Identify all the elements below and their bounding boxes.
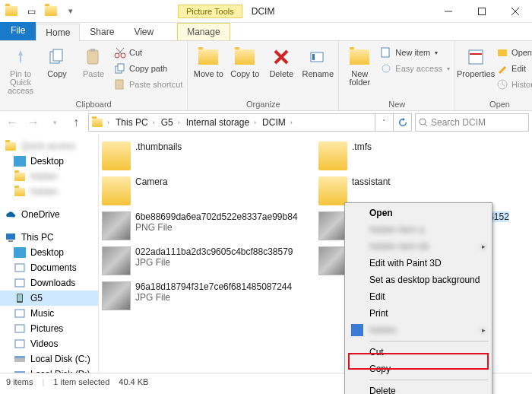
- cm-item[interactable]: hidden▸: [347, 322, 490, 338]
- file-name: 022ada111ba2d3c9605c4bcf88c38579: [135, 246, 293, 257]
- copy-to-button[interactable]: Copy to: [229, 43, 261, 78]
- properties-button[interactable]: Properties: [460, 43, 492, 78]
- view-tab[interactable]: View: [124, 23, 163, 40]
- rename-button[interactable]: Rename: [302, 43, 334, 78]
- cm-print[interactable]: Print: [347, 305, 490, 322]
- breadcrumb-seg[interactable]: Internal storage: [182, 117, 252, 128]
- sidebar-item-pictures[interactable]: Pictures: [0, 321, 98, 336]
- file-item[interactable]: Camera: [100, 173, 312, 208]
- history-icon: [496, 78, 508, 91]
- breadcrumb[interactable]: › This PC› G5› Internal storage› DCIM› ˅: [88, 113, 412, 132]
- svg-rect-5: [53, 49, 62, 61]
- cm-open[interactable]: Open: [347, 205, 490, 221]
- ribbon-group-clipboard: Pin to Quick access Copy Paste Cut Copy …: [0, 41, 188, 110]
- file-item[interactable]: .tmfs: [317, 138, 529, 173]
- breadcrumb-seg[interactable]: DCIM: [258, 117, 289, 128]
- file-thumbnail: [318, 246, 347, 275]
- svg-rect-37: [15, 279, 24, 287]
- sidebar-item-downloads[interactable]: Downloads: [0, 275, 98, 291]
- pin-icon: [9, 46, 32, 68]
- easy-access-button[interactable]: Easy access▾: [380, 61, 450, 76]
- cm-set-bg[interactable]: Set as desktop background: [347, 272, 490, 288]
- recent-locations-button[interactable]: ▾: [46, 113, 64, 132]
- qat-item-2[interactable]: [43, 3, 59, 20]
- sidebar-item-local-disk-d-[interactable]: Local Disk (D:): [0, 367, 98, 373]
- history-button[interactable]: History: [496, 77, 532, 92]
- file-thumbnail: [318, 211, 347, 240]
- close-button[interactable]: [499, 1, 532, 22]
- sidebar-item-thispc[interactable]: This PC: [0, 230, 98, 245]
- minimize-button[interactable]: [432, 1, 465, 22]
- file-item[interactable]: .thumbnails: [100, 138, 312, 173]
- forward-button[interactable]: →: [24, 113, 43, 132]
- cm-item[interactable]: hidden item a: [347, 221, 490, 238]
- copy-button[interactable]: Copy: [41, 43, 73, 78]
- sidebar-item-desktop[interactable]: Desktop: [0, 154, 98, 169]
- minimize-icon: [445, 8, 452, 15]
- home-tab[interactable]: Home: [36, 24, 80, 41]
- cm-copy[interactable]: Copy: [347, 361, 490, 377]
- move-to-button[interactable]: Move to: [192, 43, 224, 78]
- cm-edit[interactable]: Edit: [347, 288, 490, 305]
- svg-rect-17: [469, 50, 483, 64]
- pin-quick-access-button[interactable]: Pin to Quick access: [5, 43, 36, 95]
- maximize-button[interactable]: [465, 1, 499, 22]
- svg-rect-40: [15, 310, 24, 317]
- sidebar-item-documents[interactable]: Documents: [0, 260, 98, 275]
- back-button[interactable]: ←: [3, 113, 21, 132]
- sidebar-item-g5[interactable]: G5: [0, 291, 98, 306]
- svg-rect-12: [116, 80, 123, 89]
- file-item[interactable]: 6be88699da6ea702d522e8337ae99b84PNG File: [100, 208, 312, 243]
- sidebar-item[interactable]: hidden: [0, 184, 98, 199]
- close-icon: [511, 8, 519, 15]
- search-input[interactable]: Search DCIM: [415, 113, 529, 132]
- sidebar-item-music[interactable]: Music: [0, 306, 98, 321]
- svg-rect-36: [15, 264, 24, 272]
- context-menu: Open hidden item a hidden item bb▸ Edit …: [344, 202, 492, 394]
- title-bar: ▭ ▾ Picture Tools DCIM: [0, 0, 532, 23]
- edit-button[interactable]: Edit: [496, 61, 532, 76]
- svg-rect-44: [14, 356, 25, 358]
- folder-icon: [102, 141, 131, 170]
- cm-delete[interactable]: Delete: [347, 383, 490, 394]
- breadcrumb-seg[interactable]: This PC: [111, 117, 151, 128]
- sidebar-item-quick[interactable]: Quick access: [0, 138, 98, 154]
- history-dropdown-button[interactable]: ˅: [375, 114, 393, 131]
- new-folder-button[interactable]: New folder: [344, 43, 375, 87]
- open-button[interactable]: Open▾: [496, 45, 532, 60]
- status-size: 40.4 KB: [119, 377, 148, 386]
- manage-tab[interactable]: Manage: [177, 23, 230, 40]
- file-tab[interactable]: File: [0, 22, 36, 40]
- file-item[interactable]: 96a18d18794f31e7ce6f681485087244JPG File: [100, 278, 312, 313]
- qat-item-1[interactable]: ▭: [23, 3, 40, 20]
- cm-edit-paint3d[interactable]: Edit with Paint 3D: [347, 255, 490, 272]
- cm-item[interactable]: hidden item bb▸: [347, 238, 490, 255]
- refresh-button[interactable]: [393, 114, 411, 131]
- sidebar-item-onedrive[interactable]: OneDrive: [0, 207, 98, 222]
- cm-cut[interactable]: Cut: [347, 344, 490, 361]
- paste-button[interactable]: Paste: [78, 43, 109, 78]
- file-item[interactable]: 022ada111ba2d3c9605c4bcf88c38579JPG File: [100, 243, 312, 278]
- sidebar-item-desktop[interactable]: Desktop: [0, 245, 98, 260]
- share-tab[interactable]: Share: [80, 23, 124, 40]
- up-button[interactable]: ↑: [67, 113, 85, 132]
- qat-overflow-icon[interactable]: ▾: [62, 3, 79, 20]
- breadcrumb-seg[interactable]: G5: [157, 117, 176, 128]
- copy-path-icon: [114, 62, 126, 75]
- folder-icon: [3, 3, 20, 20]
- sidebar-item[interactable]: hidden: [0, 169, 98, 184]
- move-icon: [197, 46, 220, 68]
- status-count: 9 items: [6, 377, 33, 386]
- paste-shortcut-button[interactable]: Paste shortcut: [114, 77, 182, 92]
- sidebar-item-local-disk-c-[interactable]: Local Disk (C:): [0, 351, 98, 367]
- delete-button[interactable]: Delete: [265, 43, 297, 78]
- new-item-button[interactable]: New item▾: [380, 45, 450, 60]
- copy-path-button[interactable]: Copy path: [114, 61, 182, 76]
- onedrive-icon: [5, 209, 17, 220]
- new-item-icon: [380, 46, 392, 59]
- file-name: 96a18d18794f31e7ce6f681485087244: [135, 281, 292, 292]
- svg-rect-46: [14, 371, 25, 373]
- pc-icon: [5, 232, 17, 243]
- cut-button[interactable]: Cut: [114, 45, 182, 60]
- sidebar-item-videos[interactable]: Videos: [0, 336, 98, 351]
